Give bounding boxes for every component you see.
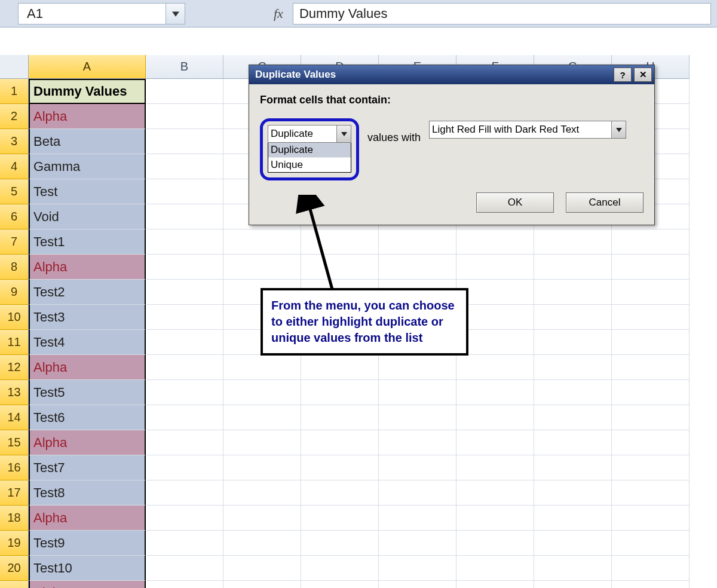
cell-B5[interactable] (146, 179, 223, 204)
cell-A10[interactable]: Test3 (29, 305, 146, 330)
name-box[interactable]: A1 (18, 3, 166, 24)
cell-H12[interactable] (612, 355, 690, 380)
cell-D14[interactable] (301, 405, 379, 430)
cell-E8[interactable] (379, 255, 456, 280)
cell-H17[interactable] (612, 480, 690, 506)
row-header-19[interactable]: 19 (0, 531, 29, 556)
cell-G18[interactable] (534, 506, 612, 531)
cell-G9[interactable] (534, 280, 612, 305)
cell-G17[interactable] (534, 480, 612, 506)
formula-input[interactable]: Dummy Values (293, 3, 711, 24)
cell-A5[interactable]: Test (29, 179, 146, 204)
cell-B10[interactable] (146, 305, 223, 330)
cell-C13[interactable] (223, 380, 301, 405)
cell-G16[interactable] (534, 455, 612, 480)
cell-D19[interactable] (301, 531, 379, 556)
combo-option-unique[interactable]: Unique (268, 158, 351, 172)
cell-F12[interactable] (456, 355, 534, 380)
cell-F17[interactable] (456, 480, 534, 506)
cell-H21[interactable] (612, 581, 690, 588)
fx-icon[interactable]: fx (274, 6, 283, 22)
cell-A21[interactable]: Alpha (29, 581, 146, 588)
cell-H15[interactable] (612, 430, 690, 455)
cell-F16[interactable] (456, 455, 534, 480)
cell-H8[interactable] (612, 255, 690, 280)
cell-F8[interactable] (456, 255, 534, 280)
row-header-3[interactable]: 3 (0, 129, 29, 154)
cell-A6[interactable]: Void (29, 204, 146, 229)
cell-C16[interactable] (223, 455, 301, 480)
cell-D8[interactable] (301, 255, 379, 280)
cell-F18[interactable] (456, 506, 534, 531)
cell-C17[interactable] (223, 480, 301, 506)
duplicate-unique-combo[interactable]: Duplicate (268, 125, 351, 143)
cell-C7[interactable] (223, 229, 301, 255)
cell-A8[interactable]: Alpha (29, 255, 146, 280)
cell-C12[interactable] (223, 355, 301, 380)
cell-D12[interactable] (301, 355, 379, 380)
row-header-16[interactable]: 16 (0, 455, 29, 480)
cell-E14[interactable] (379, 405, 456, 430)
row-header-15[interactable]: 15 (0, 430, 29, 455)
row-header-7[interactable]: 7 (0, 229, 29, 255)
cell-G8[interactable] (534, 255, 612, 280)
row-header-14[interactable]: 14 (0, 405, 29, 430)
row-header-18[interactable]: 18 (0, 506, 29, 531)
cell-A14[interactable]: Test6 (29, 405, 146, 430)
column-header-A[interactable]: A (29, 55, 146, 79)
cell-D7[interactable] (301, 229, 379, 255)
row-header-1[interactable]: 1 (0, 79, 29, 104)
row-header-21[interactable]: 21 (0, 581, 29, 588)
cell-G19[interactable] (534, 531, 612, 556)
cell-G20[interactable] (534, 556, 612, 581)
row-header-20[interactable]: 20 (0, 556, 29, 581)
cell-F13[interactable] (456, 380, 534, 405)
cell-A18[interactable]: Alpha (29, 506, 146, 531)
cell-B7[interactable] (146, 229, 223, 255)
cell-C18[interactable] (223, 506, 301, 531)
cell-B14[interactable] (146, 405, 223, 430)
cell-E18[interactable] (379, 506, 456, 531)
cell-B1[interactable] (146, 79, 223, 104)
cell-B6[interactable] (146, 204, 223, 229)
cell-A11[interactable]: Test4 (29, 330, 146, 355)
cell-E15[interactable] (379, 430, 456, 455)
cell-F7[interactable] (456, 229, 534, 255)
cell-C15[interactable] (223, 430, 301, 455)
cell-D13[interactable] (301, 380, 379, 405)
row-header-11[interactable]: 11 (0, 330, 29, 355)
cell-B17[interactable] (146, 480, 223, 506)
cell-H14[interactable] (612, 405, 690, 430)
close-button[interactable]: ✕ (634, 68, 652, 82)
cell-A15[interactable]: Alpha (29, 430, 146, 455)
cell-C19[interactable] (223, 531, 301, 556)
cell-F19[interactable] (456, 531, 534, 556)
cell-E17[interactable] (379, 480, 456, 506)
cell-A2[interactable]: Alpha (29, 104, 146, 129)
cell-B21[interactable] (146, 581, 223, 588)
cell-E7[interactable] (379, 229, 456, 255)
cell-E12[interactable] (379, 355, 456, 380)
cell-C14[interactable] (223, 405, 301, 430)
row-header-4[interactable]: 4 (0, 154, 29, 179)
cell-C21[interactable] (223, 581, 301, 588)
help-button[interactable]: ? (614, 68, 632, 82)
cell-A4[interactable]: Gamma (29, 154, 146, 179)
dialog-titlebar[interactable]: Duplicate Values ? ✕ (249, 65, 654, 84)
cell-H13[interactable] (612, 380, 690, 405)
cell-A17[interactable]: Test8 (29, 480, 146, 506)
row-header-6[interactable]: 6 (0, 204, 29, 229)
cell-G12[interactable] (534, 355, 612, 380)
cell-E20[interactable] (379, 556, 456, 581)
cell-H16[interactable] (612, 455, 690, 480)
cell-G7[interactable] (534, 229, 612, 255)
cell-B11[interactable] (146, 330, 223, 355)
cell-B3[interactable] (146, 129, 223, 154)
cell-D16[interactable] (301, 455, 379, 480)
cell-G21[interactable] (534, 581, 612, 588)
cell-E21[interactable] (379, 581, 456, 588)
cell-E19[interactable] (379, 531, 456, 556)
cell-D15[interactable] (301, 430, 379, 455)
cell-B2[interactable] (146, 104, 223, 129)
row-header-17[interactable]: 17 (0, 480, 29, 506)
